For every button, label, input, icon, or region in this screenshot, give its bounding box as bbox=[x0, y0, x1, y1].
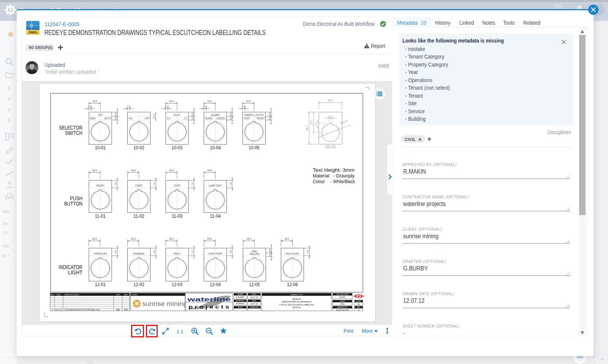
svg-text:10-02: 10-02 bbox=[133, 145, 144, 150]
svg-text:AUTO: AUTO bbox=[104, 117, 111, 120]
svg-text:7.5: 7.5 bbox=[229, 250, 232, 253]
svg-text:7.5: 7.5 bbox=[306, 250, 309, 253]
svg-text:15.0: 15.0 bbox=[92, 100, 97, 103]
svg-text:112047-E-0005: 112047-E-0005 bbox=[336, 309, 349, 311]
svg-text:SCALE: SCALE bbox=[340, 300, 345, 302]
svg-text:DATE: DATE bbox=[252, 293, 256, 295]
svg-text:DUTY: DUTY bbox=[174, 114, 180, 116]
svg-text:REVISION DETAILS: REVISION DETAILS bbox=[65, 294, 79, 296]
svg-text:10-01: 10-01 bbox=[95, 145, 106, 150]
svg-text:1.5: 1.5 bbox=[242, 105, 246, 108]
svg-text:1.2: 1.2 bbox=[315, 122, 317, 126]
svg-text:SEAL: SEAL bbox=[251, 250, 258, 253]
svg-text:15.0: 15.0 bbox=[92, 237, 97, 240]
svg-text:2-1: 2-1 bbox=[184, 117, 188, 120]
svg-text:DRAWN: DRAWN bbox=[237, 293, 243, 295]
svg-text:11-01: 11-01 bbox=[95, 214, 106, 219]
svg-text:DRAWING NO.: DRAWING NO. bbox=[337, 306, 348, 308]
svg-text:12-03: 12-03 bbox=[172, 282, 183, 287]
svg-text:12-06: 12-06 bbox=[287, 282, 298, 287]
svg-text:15.0: 15.0 bbox=[169, 169, 174, 172]
svg-text:5.0 (5.0: 5.0 (5.0 bbox=[191, 112, 193, 120]
svg-text:RESET: RESET bbox=[257, 117, 265, 120]
svg-text:5.0 (5.0: 5.0 (5.0 bbox=[229, 112, 232, 120]
svg-text:11-03: 11-03 bbox=[172, 214, 183, 219]
svg-text:RESET: RESET bbox=[97, 184, 104, 187]
svg-text:LIGHT: LIGHT bbox=[68, 269, 82, 275]
svg-text:DETAILS: DETAILS bbox=[292, 306, 301, 309]
svg-text:15.0: 15.0 bbox=[169, 237, 174, 240]
svg-text:DWG: DWG bbox=[28, 30, 37, 34]
svg-text:15.0: 15.0 bbox=[169, 100, 174, 103]
svg-text:DRN: DRN bbox=[116, 294, 119, 296]
svg-text:15.0: 15.0 bbox=[131, 169, 136, 172]
svg-text:12-05: 12-05 bbox=[249, 282, 260, 287]
svg-text:112047: 112047 bbox=[339, 296, 346, 298]
svg-text:DATE: DATE bbox=[252, 300, 256, 302]
svg-text:SWITCH: SWITCH bbox=[65, 130, 82, 136]
svg-text:7.5: 7.5 bbox=[114, 182, 117, 185]
svg-text:3.0: 3.0 bbox=[329, 115, 332, 118]
svg-text:OVER TEMP: OVER TEMP bbox=[208, 252, 222, 255]
svg-text:ON: ON bbox=[129, 117, 133, 120]
svg-text:MAN: MAN bbox=[90, 117, 95, 120]
svg-text:12-01: 12-01 bbox=[95, 282, 106, 287]
svg-text:15.0: 15.0 bbox=[207, 237, 212, 240]
svg-text:ALARM: ALARM bbox=[211, 114, 220, 116]
svg-text:09-00: 09-00 bbox=[325, 144, 336, 150]
svg-text:Colour - White/Black: Colour - White/Black bbox=[313, 179, 355, 184]
svg-text:7.5: 7.5 bbox=[229, 182, 232, 185]
svg-text:EMERG. LIGHTS: EMERG. LIGHTS bbox=[245, 114, 263, 116]
svg-text:7.5: 7.5 bbox=[153, 182, 155, 185]
svg-text:BUTTON: BUTTON bbox=[64, 201, 82, 207]
svg-text:1.5: 1.5 bbox=[165, 105, 169, 108]
svg-text:REV: REV bbox=[51, 294, 54, 296]
svg-text:10-04: 10-04 bbox=[210, 145, 221, 150]
svg-text:11-04: 11-04 bbox=[210, 214, 221, 219]
svg-text:RSM: RSM bbox=[124, 309, 128, 311]
svg-text:15.0: 15.0 bbox=[246, 237, 251, 240]
svg-text:OFF: OFF bbox=[145, 117, 150, 120]
svg-text:12.07.12: 12.07.12 bbox=[250, 296, 258, 298]
svg-text:OVERLOAD: OVERLOAD bbox=[94, 252, 107, 255]
svg-text:1.5: 1.5 bbox=[89, 105, 92, 108]
svg-text:APP: APP bbox=[124, 294, 128, 296]
svg-text:REV: REV bbox=[357, 306, 361, 308]
svg-text:10-05: 10-05 bbox=[249, 145, 260, 150]
svg-text:FAULT: FAULT bbox=[173, 252, 180, 255]
svg-text:p r o j e c t s: p r o j e c t s bbox=[188, 304, 229, 310]
svg-text:TYPICAL ESCUTCHEON LABELLING: TYPICAL ESCUTCHEON LABELLING bbox=[279, 304, 314, 306]
svg-text:15.0: 15.0 bbox=[284, 237, 289, 240]
svg-text:HIGH LEVEL: HIGH LEVEL bbox=[285, 252, 300, 255]
svg-text:FOR DEMONSTRATION PURPOSES ONL: FOR DEMONSTRATION PURPOSES ONLY bbox=[64, 309, 101, 311]
svg-text:7.5: 7.5 bbox=[191, 182, 193, 185]
svg-text:sunrise mining: sunrise mining bbox=[142, 300, 187, 307]
svg-text:SIGNATURE: SIGNATURE bbox=[250, 306, 259, 308]
svg-text:START: START bbox=[135, 184, 142, 187]
svg-text:12.07.12: 12.07.12 bbox=[250, 302, 258, 305]
svg-text:10.0: 10.0 bbox=[152, 114, 155, 119]
svg-text:RPEQ: RPEQ bbox=[238, 306, 243, 308]
svg-text:NORM: NORM bbox=[205, 117, 212, 120]
svg-text:waterline: waterline bbox=[187, 296, 231, 302]
svg-text:OFF: OFF bbox=[98, 114, 103, 116]
svg-text:15.0: 15.0 bbox=[207, 169, 212, 172]
svg-text:R.MAKIN: R.MAKIN bbox=[236, 302, 244, 305]
svg-text:15.0: 15.0 bbox=[92, 169, 97, 172]
svg-text:CLIENT: CLIENT bbox=[132, 294, 138, 296]
svg-text:CANCEL: CANCEL bbox=[216, 117, 226, 120]
svg-text:LAMP TEST: LAMP TEST bbox=[209, 184, 222, 187]
svg-text:A: A bbox=[358, 309, 359, 311]
svg-text:12.07.12: 12.07.12 bbox=[55, 309, 62, 311]
svg-text:11-02: 11-02 bbox=[133, 214, 144, 219]
svg-text:1.5: 1.5 bbox=[127, 105, 131, 108]
svg-text:RUNNING: RUNNING bbox=[133, 252, 144, 255]
svg-text:APPROVED: APPROVED bbox=[236, 300, 244, 302]
svg-text:DEMONSTRATION DRAWINGS: DEMONSTRATION DRAWINGS bbox=[282, 301, 312, 303]
svg-text:15.0: 15.0 bbox=[246, 100, 251, 103]
svg-text:WLP JOB CODE: WLP JOB CODE bbox=[336, 293, 348, 295]
svg-text:G.BURBY: G.BURBY bbox=[236, 296, 245, 298]
svg-text:5.0 (5.0: 5.0 (5.0 bbox=[114, 112, 117, 120]
svg-text:12-04: 12-04 bbox=[210, 282, 221, 287]
svg-text:GBB: GBB bbox=[116, 309, 120, 311]
